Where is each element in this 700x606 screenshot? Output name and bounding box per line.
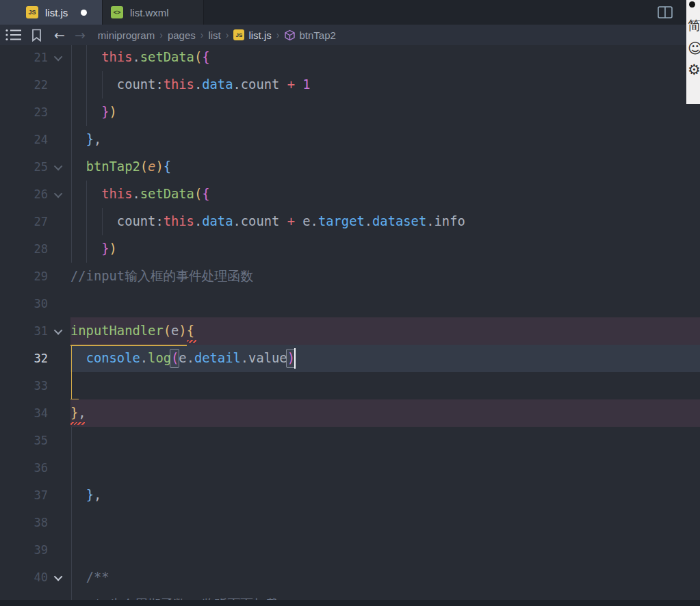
code-line[interactable]: 28 }) (0, 235, 700, 263)
breadcrumb-item[interactable]: miniprogram (98, 29, 155, 41)
unsaved-dot-icon[interactable] (81, 10, 87, 16)
split-editor-icon[interactable] (658, 6, 673, 18)
jian-character-label[interactable]: 简 (688, 17, 700, 35)
code-line[interactable]: 29//input输入框的事件处理函数 (0, 263, 700, 290)
token (70, 488, 86, 502)
line-number: 21 (0, 45, 48, 71)
token (295, 214, 302, 228)
token: //input输入框的事件处理函数 (70, 269, 253, 283)
code-editor[interactable]: 21 this.setData({22 count:this.data.coun… (0, 45, 700, 606)
code-text[interactable]: this.setData({ (70, 181, 700, 208)
code-text[interactable] (70, 509, 700, 536)
code-line[interactable]: 36 (0, 454, 700, 482)
smiley-icon[interactable]: ☺ (688, 39, 700, 59)
code-text[interactable]: }, (70, 126, 700, 153)
token: ( (164, 324, 171, 338)
token (70, 105, 101, 119)
code-text[interactable]: }) (70, 98, 700, 126)
code-line[interactable]: 27 count:this.data.count + e.target.data… (0, 208, 700, 235)
token: , (94, 488, 101, 502)
token: value (248, 351, 287, 365)
token: count (241, 214, 280, 228)
token: ) (287, 351, 295, 365)
tab-bar: JS list.js <> list.wxml (0, 0, 700, 25)
code-line[interactable]: 30 (0, 290, 700, 317)
breadcrumb-item[interactable]: list (208, 29, 220, 41)
token: ) (179, 324, 186, 338)
code-line[interactable]: 35 (0, 427, 700, 454)
code-text[interactable] (70, 372, 700, 399)
breadcrumb-symbol[interactable]: btnTap2 (299, 29, 335, 41)
token: setData (140, 187, 194, 201)
token: . (233, 77, 240, 92)
code-text[interactable]: this.setData({ (70, 45, 700, 71)
code-line[interactable]: 40 /** (0, 564, 700, 591)
outline-list-icon[interactable] (5, 29, 22, 41)
token: data (202, 77, 233, 92)
code-text[interactable] (70, 427, 700, 454)
chevron-right-icon: › (200, 29, 204, 40)
fold-chevron-icon[interactable] (54, 161, 63, 170)
token: count (117, 77, 156, 92)
code-text[interactable]: }, (70, 399, 700, 427)
breadcrumb-bar: ← → miniprogram › pages › list › JS list… (0, 25, 700, 45)
tab-list-js[interactable]: JS list.js (0, 0, 103, 25)
code-line[interactable]: 26 this.setData({ (0, 181, 700, 208)
code-line[interactable]: 21 this.setData({ (0, 45, 700, 71)
code-line[interactable]: 38 (0, 509, 700, 536)
breadcrumb-item[interactable]: pages (168, 29, 196, 41)
code-line[interactable]: 25 btnTap2(e){ (0, 153, 700, 181)
code-text[interactable]: btnTap2(e){ (70, 153, 700, 181)
token (70, 50, 101, 64)
fold-chevron-icon[interactable] (54, 572, 63, 581)
tab-list-wxml[interactable]: <> list.wxml (103, 0, 204, 25)
code-line[interactable]: 34}, (0, 399, 700, 427)
token: . (311, 214, 318, 228)
indent-guide (71, 454, 72, 482)
token: . (140, 351, 148, 365)
code-text[interactable] (70, 454, 700, 482)
token: . (241, 351, 248, 365)
error-squiggle (187, 340, 196, 343)
code-text[interactable] (70, 536, 700, 564)
fold-chevron-icon[interactable] (54, 326, 63, 334)
code-line[interactable]: 37 }, (0, 482, 700, 509)
token: , (94, 132, 101, 146)
fold-chevron-icon[interactable] (54, 189, 63, 198)
code-line[interactable]: 22 count:this.data.count + 1 (0, 71, 700, 98)
code-text[interactable]: console.log(e.detail.value) (70, 345, 700, 372)
code-text[interactable]: }) (70, 235, 700, 263)
nav-forward-icon: → (75, 25, 86, 45)
token: e (302, 214, 310, 228)
line-number: 30 (0, 290, 48, 317)
nav-back-icon[interactable]: ← (54, 25, 65, 45)
code-text[interactable]: }, (70, 482, 700, 509)
code-line[interactable]: 32 console.log(e.detail.value) (0, 345, 700, 372)
breadcrumb-file[interactable]: list.js (248, 29, 271, 41)
code-text[interactable]: inputHandler(e){ (70, 317, 700, 345)
code-text[interactable]: /** (70, 564, 700, 591)
code-text[interactable]: count:this.data.count + 1 (70, 71, 700, 98)
code-text[interactable] (70, 290, 700, 317)
code-line[interactable]: 33 (0, 372, 700, 399)
code-line[interactable]: 31inputHandler(e){ (0, 317, 700, 345)
line-number: 26 (0, 181, 48, 208)
gear-icon[interactable]: ⚙ (688, 60, 700, 80)
line-number: 27 (0, 208, 48, 235)
editor-window: JS list.js <> list.wxml ← → miniprogram … (0, 0, 700, 606)
code-line[interactable]: 39 (0, 536, 700, 564)
code-line[interactable]: 24 }, (0, 126, 700, 153)
token: count (117, 214, 156, 228)
token (70, 132, 86, 146)
token: 1 (302, 77, 310, 92)
code-line[interactable]: 23 }) (0, 98, 700, 126)
token: . (365, 214, 372, 228)
token: e (171, 324, 179, 338)
code-text[interactable]: //input输入框的事件处理函数 (70, 263, 700, 290)
bookmark-icon[interactable] (31, 29, 42, 42)
fold-chevron-icon[interactable] (54, 52, 63, 61)
code-text[interactable]: count:this.data.count + e.target.dataset… (70, 208, 700, 235)
line-number: 22 (0, 71, 48, 98)
tab-label: list.wxml (130, 7, 169, 18)
token (70, 570, 86, 584)
